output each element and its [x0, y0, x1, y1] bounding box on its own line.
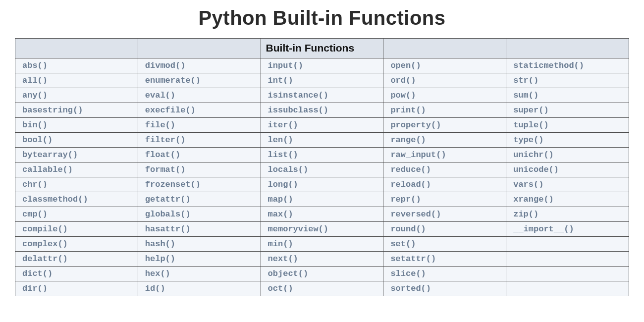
function-cell: cmp() [15, 207, 138, 222]
function-cell: raw_input() [383, 148, 506, 162]
function-cell: range() [383, 133, 506, 148]
function-cell: open() [383, 58, 506, 73]
function-cell: chr() [15, 177, 138, 192]
function-cell [506, 281, 629, 296]
function-cell: reversed() [383, 207, 506, 222]
function-cell: frozenset() [138, 177, 261, 192]
function-cell: compile() [15, 222, 138, 237]
table-row: callable()format()locals()reduce()unicod… [15, 162, 629, 177]
builtin-functions-table: Built-in Functions abs()divmod()input()o… [15, 38, 629, 296]
function-cell: filter() [138, 133, 261, 148]
function-cell: pow() [383, 88, 506, 103]
function-cell: globals() [138, 207, 261, 222]
function-cell: reload() [383, 177, 506, 192]
table-row: abs()divmod()input()open()staticmethod() [15, 58, 629, 73]
function-cell: dir() [15, 281, 138, 296]
function-cell: zip() [506, 207, 629, 222]
function-cell: all() [15, 73, 138, 88]
function-cell: sorted() [383, 281, 506, 296]
function-cell: staticmethod() [506, 58, 629, 73]
function-cell: getattr() [138, 192, 261, 207]
function-cell: set() [383, 237, 506, 252]
table-row: dir()id()oct()sorted() [15, 281, 629, 296]
function-cell: id() [138, 281, 261, 296]
table-row: bool()filter()len()range()type() [15, 133, 629, 148]
function-cell: hash() [138, 237, 261, 252]
function-cell: iter() [261, 118, 383, 133]
function-cell: locals() [261, 162, 383, 177]
function-cell: help() [138, 252, 261, 267]
function-cell: memoryview() [261, 222, 383, 237]
function-cell: reduce() [383, 162, 506, 177]
function-cell: list() [261, 148, 383, 162]
function-cell: bool() [15, 133, 138, 148]
table-row: cmp()globals()max()reversed()zip() [15, 207, 629, 222]
table-row: classmethod()getattr()map()repr()xrange(… [15, 192, 629, 207]
function-cell: dict() [15, 267, 138, 281]
function-cell: float() [138, 148, 261, 162]
function-cell: property() [383, 118, 506, 133]
function-cell: __import__() [506, 222, 629, 237]
table-header-cell [15, 39, 138, 58]
function-cell: input() [261, 58, 383, 73]
function-cell: classmethod() [15, 192, 138, 207]
function-cell: ord() [383, 73, 506, 88]
function-cell: issubclass() [261, 103, 383, 118]
function-cell: unichr() [506, 148, 629, 162]
function-cell: bytearray() [15, 148, 138, 162]
function-cell: long() [261, 177, 383, 192]
function-cell: repr() [383, 192, 506, 207]
function-cell: execfile() [138, 103, 261, 118]
function-cell: divmod() [138, 58, 261, 73]
table-row: basestring()execfile()issubclass()print(… [15, 103, 629, 118]
function-cell: hex() [138, 267, 261, 281]
function-cell: slice() [383, 267, 506, 281]
table-row: all()enumerate()int()ord()str() [15, 73, 629, 88]
function-cell: round() [383, 222, 506, 237]
table-row: compile()hasattr()memoryview()round()__i… [15, 222, 629, 237]
function-cell: next() [261, 252, 383, 267]
function-cell: setattr() [383, 252, 506, 267]
function-cell: str() [506, 73, 629, 88]
function-cell: abs() [15, 58, 138, 73]
function-cell: hasattr() [138, 222, 261, 237]
table-row: delattr()help()next()setattr() [15, 252, 629, 267]
function-cell: eval() [138, 88, 261, 103]
table-header-cell [506, 39, 629, 58]
table-header-cell [383, 39, 506, 58]
function-cell: callable() [15, 162, 138, 177]
function-cell [506, 252, 629, 267]
function-cell: oct() [261, 281, 383, 296]
function-cell: complex() [15, 237, 138, 252]
table-header-cell [138, 39, 261, 58]
page-title: Python Built-in Functions [15, 7, 629, 29]
function-cell: file() [138, 118, 261, 133]
function-cell: max() [261, 207, 383, 222]
function-cell [506, 267, 629, 281]
function-cell: isinstance() [261, 88, 383, 103]
function-cell: print() [383, 103, 506, 118]
function-cell: map() [261, 192, 383, 207]
function-cell: object() [261, 267, 383, 281]
function-cell: delattr() [15, 252, 138, 267]
function-cell: super() [506, 103, 629, 118]
function-cell: len() [261, 133, 383, 148]
table-row: dict()hex()object()slice() [15, 267, 629, 281]
function-cell: bin() [15, 118, 138, 133]
function-cell [506, 237, 629, 252]
table-row: complex()hash()min()set() [15, 237, 629, 252]
function-cell: vars() [506, 177, 629, 192]
function-cell: xrange() [506, 192, 629, 207]
function-cell: any() [15, 88, 138, 103]
table-row: bytearray()float()list()raw_input()unich… [15, 148, 629, 162]
function-cell: format() [138, 162, 261, 177]
table-header-row: Built-in Functions [15, 39, 629, 58]
function-cell: enumerate() [138, 73, 261, 88]
function-cell: int() [261, 73, 383, 88]
table-row: bin()file()iter()property()tuple() [15, 118, 629, 133]
function-cell: basestring() [15, 103, 138, 118]
function-cell: min() [261, 237, 383, 252]
function-cell: unicode() [506, 162, 629, 177]
function-cell: type() [506, 133, 629, 148]
table-row: any()eval()isinstance()pow()sum() [15, 88, 629, 103]
